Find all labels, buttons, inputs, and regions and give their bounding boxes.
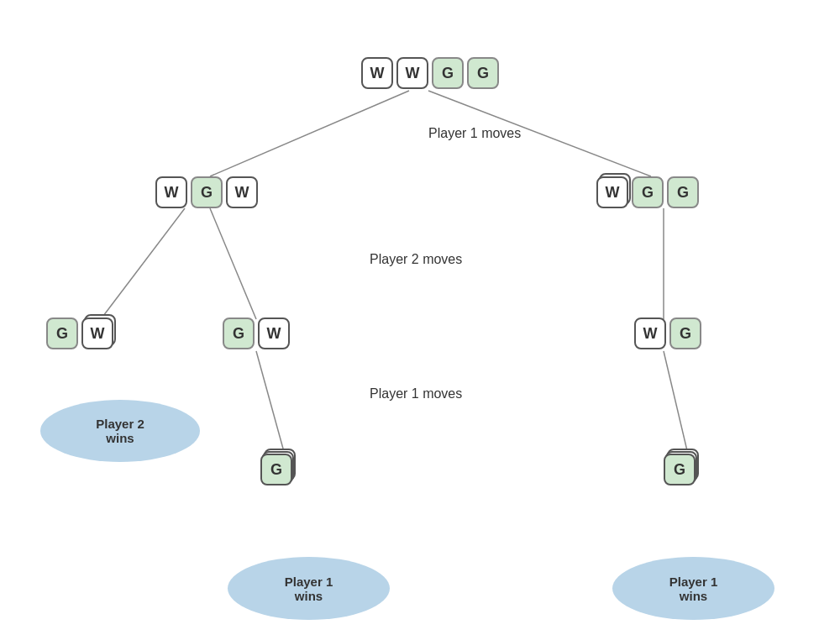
level1-left-node: W G W: [155, 176, 258, 208]
svg-line-6: [664, 351, 689, 458]
l1r-card-g2: G: [667, 176, 699, 208]
player1-moves-label-2: Player 1 moves: [370, 386, 462, 401]
l3r-card-stack: G: [664, 454, 696, 485]
player1-moves-label-1: Player 1 moves: [428, 126, 521, 141]
player1-wins-oval-1: Player 1wins: [228, 557, 390, 620]
l2lr-card-w: W: [258, 318, 290, 349]
player1-wins-label-1: Player 1wins: [285, 575, 333, 603]
l1r-card-g1: G: [632, 176, 664, 208]
l2ll-card-g: G: [46, 318, 78, 349]
level1-right-node: W G G: [596, 176, 699, 208]
l1l-card-w: W: [155, 176, 187, 208]
svg-line-0: [210, 91, 409, 176]
l1l-card-g: G: [191, 176, 223, 208]
level3-r-node: G: [664, 454, 696, 485]
root-card-w1: W: [361, 57, 393, 89]
svg-line-3: [210, 208, 256, 319]
l3lr-card-stack: G: [260, 454, 292, 485]
player1-wins-label-2: Player 1wins: [669, 575, 718, 603]
level2-lr-node: G W: [223, 318, 290, 349]
l2r-card-g: G: [669, 318, 701, 349]
level2-r-node: W G: [634, 318, 701, 349]
level3-lr-node: G: [260, 454, 292, 485]
player2-wins-label: Player 2wins: [96, 417, 144, 445]
l2ll-card-w-stack: W: [81, 318, 113, 349]
root-node: W W G G: [361, 57, 499, 89]
svg-line-2: [101, 208, 185, 319]
l2lr-card-g: G: [223, 318, 255, 349]
root-card-w2: W: [396, 57, 428, 89]
root-card-g1: G: [432, 57, 464, 89]
l2r-card-w: W: [634, 318, 666, 349]
player2-moves-label: Player 2 moves: [370, 252, 462, 267]
level2-ll-node: G W: [46, 318, 113, 349]
player2-wins-oval: Player 2wins: [40, 400, 200, 462]
l1r-card-w-stack: W: [596, 176, 628, 208]
player1-wins-oval-2: Player 1wins: [612, 557, 774, 620]
l1l-card-w2: W: [226, 176, 258, 208]
svg-line-5: [256, 351, 286, 458]
root-card-g2: G: [467, 57, 499, 89]
